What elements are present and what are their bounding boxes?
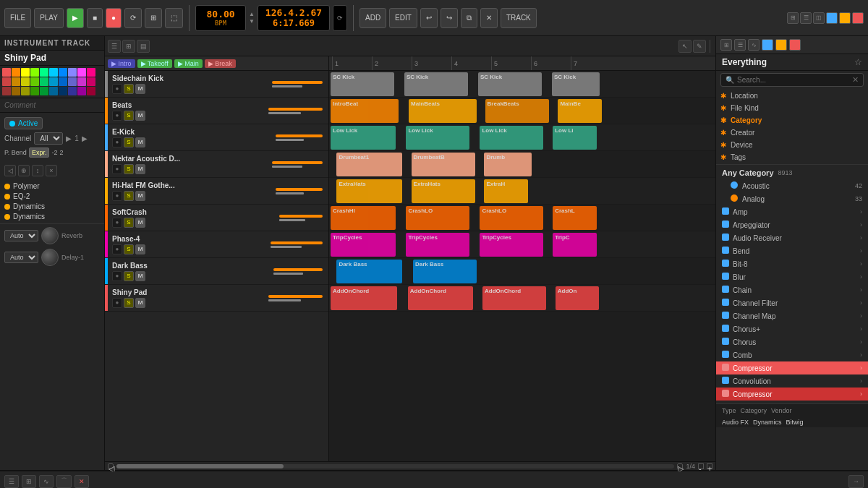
track-solo-btn[interactable]: S xyxy=(124,191,134,201)
color-swatch[interactable] xyxy=(77,87,86,95)
fx-blur[interactable]: Blur › xyxy=(716,270,868,283)
track-fader[interactable] xyxy=(279,215,323,218)
track-pan[interactable] xyxy=(271,246,302,248)
color-swatch[interactable] xyxy=(68,87,77,95)
track-pan[interactable] xyxy=(279,219,305,221)
redo-button[interactable]: ↪ xyxy=(441,8,458,28)
track-solo-btn[interactable]: S xyxy=(124,218,134,228)
zoom-minus[interactable]: - xyxy=(698,463,704,469)
track-mute-toggle[interactable]: M xyxy=(135,191,145,201)
device-polymer[interactable]: Polymer xyxy=(4,182,100,190)
fx-channel-filter[interactable]: Channel Filter › xyxy=(716,296,868,309)
clip[interactable]: SC Kick xyxy=(552,72,600,96)
zoom-plus[interactable]: + xyxy=(707,463,712,469)
midi-btn3[interactable]: ↕ xyxy=(32,165,43,176)
fx-compressor2[interactable]: Compressor › xyxy=(716,388,868,401)
color-swatch[interactable] xyxy=(2,68,11,77)
auto-select1[interactable]: Auto xyxy=(4,230,38,241)
track-solo-btn[interactable]: S xyxy=(124,111,134,121)
filter-category[interactable]: ✱ Category xyxy=(720,115,864,126)
track-solo-btn[interactable]: S xyxy=(124,84,134,94)
fx-amp[interactable]: Amp › xyxy=(716,205,868,218)
break-marker[interactable]: ▶ Break xyxy=(205,59,236,68)
color-swatch[interactable] xyxy=(12,68,20,77)
layout-btn[interactable]: ▤ xyxy=(137,40,150,53)
category-acoustic[interactable]: Acoustic 42 xyxy=(716,179,868,192)
track-mute-btn[interactable]: ● xyxy=(112,191,122,201)
channel-select[interactable]: All xyxy=(34,132,63,145)
clip[interactable]: Low Lick xyxy=(480,126,543,150)
track-pan[interactable] xyxy=(272,166,302,168)
fx-audio-receiver[interactable]: Audio Receiver › xyxy=(716,231,868,244)
delay-knob[interactable] xyxy=(41,249,59,266)
fx-compressor[interactable]: Compressor › xyxy=(716,361,868,374)
clip[interactable]: Drumbeat1 xyxy=(336,153,401,176)
comment-area[interactable]: Comment xyxy=(0,98,104,113)
track-pan[interactable] xyxy=(272,85,302,87)
takeoff-marker[interactable]: ▶ Takeoff xyxy=(137,59,172,68)
filter-filekind[interactable]: ✱ File Kind xyxy=(720,103,864,114)
increment-btn[interactable]: ▲ xyxy=(249,11,255,17)
main-marker[interactable]: ▶ Main xyxy=(174,59,203,68)
clip[interactable]: CrashLO xyxy=(480,206,543,230)
track-pan[interactable] xyxy=(268,112,301,114)
track-fader[interactable] xyxy=(271,241,323,244)
device-dynamics2[interactable]: Dynamics xyxy=(4,213,100,221)
track-mute-btn[interactable]: ● xyxy=(112,244,122,254)
dchain-right-btn[interactable]: → xyxy=(848,475,864,488)
fx-comb[interactable]: Comb › xyxy=(716,348,868,361)
track-button[interactable]: TRACK xyxy=(501,8,537,28)
track-mute-toggle[interactable]: M xyxy=(135,218,145,228)
filter-tags[interactable]: ✱ Tags xyxy=(720,152,864,163)
delete-button[interactable]: ✕ xyxy=(480,8,498,28)
color-swatch[interactable] xyxy=(59,87,67,95)
browser-color2[interactable] xyxy=(775,39,787,51)
fx-chain[interactable]: Chain › xyxy=(716,283,868,296)
browser-icon[interactable]: ☰ xyxy=(800,12,812,24)
browser-list-icon[interactable]: ☰ xyxy=(734,39,746,51)
midi-btn1[interactable]: ◁ xyxy=(4,165,16,176)
track-pan[interactable] xyxy=(276,192,304,194)
dchain-delete-btn[interactable]: ✕ xyxy=(75,475,89,488)
track-fader[interactable] xyxy=(272,161,323,164)
track-mute-toggle[interactable]: M xyxy=(135,84,145,94)
track-mute-toggle[interactable]: M xyxy=(135,137,145,147)
color-swatch[interactable] xyxy=(21,68,30,77)
filter-creator[interactable]: ✱ Creator xyxy=(720,127,864,138)
clip-button[interactable]: ⊞ xyxy=(145,8,162,28)
color-swatch[interactable] xyxy=(68,77,77,86)
stop-button[interactable]: ■ xyxy=(87,8,103,28)
add-button[interactable]: ADD xyxy=(359,8,386,28)
clip[interactable]: DrumbeatB xyxy=(412,153,475,176)
midi-btn4[interactable]: × xyxy=(46,165,57,176)
grid-view-btn[interactable]: ⊞ xyxy=(122,40,135,53)
track-fader[interactable] xyxy=(276,188,323,191)
play-button[interactable]: ▶ xyxy=(67,8,84,28)
color-swatch[interactable] xyxy=(59,68,67,77)
edit-button[interactable]: EDIT xyxy=(389,8,417,28)
dchain-list-btn[interactable]: ☰ xyxy=(4,475,19,488)
clip[interactable]: AddOnChord xyxy=(331,286,397,310)
clip[interactable]: AddOn xyxy=(556,286,600,310)
track-pan[interactable] xyxy=(273,273,303,275)
list-view-btn[interactable]: ☰ xyxy=(108,40,121,53)
clip[interactable]: Low Lick xyxy=(331,126,396,150)
color-swatch[interactable] xyxy=(49,77,58,86)
clip[interactable]: TripCycles xyxy=(480,233,543,257)
undo-button[interactable]: ↩ xyxy=(420,8,438,28)
color-swatch[interactable] xyxy=(2,77,11,86)
clip[interactable]: BreakBeats xyxy=(485,99,549,123)
intro-marker[interactable]: ▶ Intro xyxy=(108,59,135,68)
color-swatch[interactable] xyxy=(68,68,77,77)
clip[interactable]: MainBe xyxy=(558,99,602,123)
color-swatch[interactable] xyxy=(12,77,20,86)
track-mute-toggle[interactable]: M xyxy=(135,164,145,174)
fx-bit8[interactable]: Bit-8 › xyxy=(716,257,868,270)
fx-chorus-plus[interactable]: Chorus+ › xyxy=(716,322,868,335)
browser-star-btn[interactable]: ☆ xyxy=(854,57,862,67)
track-mute-btn[interactable]: ● xyxy=(112,298,122,308)
track-mute-toggle[interactable]: M xyxy=(135,271,145,281)
clip[interactable]: ExtraHats xyxy=(412,179,475,203)
grid-icon[interactable]: ⊞ xyxy=(787,12,799,24)
fx-channel-map[interactable]: Channel Map › xyxy=(716,309,868,322)
